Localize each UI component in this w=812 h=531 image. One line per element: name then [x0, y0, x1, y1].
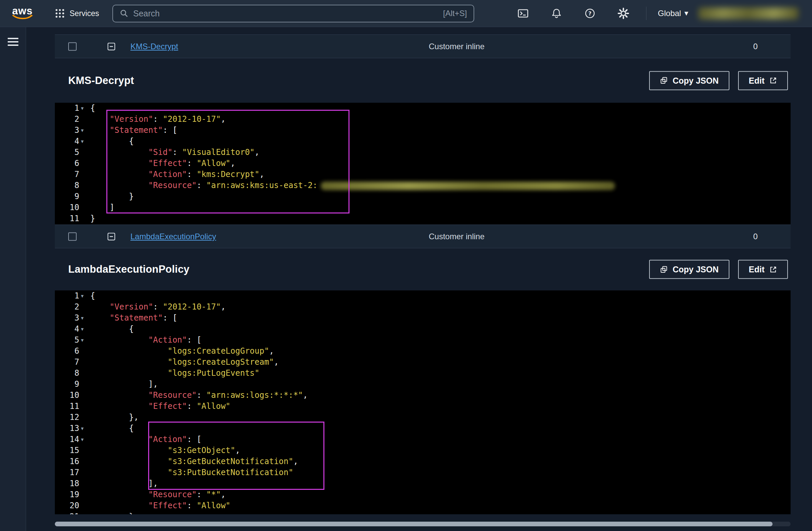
fold-gutter — [79, 346, 90, 357]
copy-json-button[interactable]: Copy JSON — [649, 260, 729, 279]
line-number: 16 — [55, 456, 79, 467]
line-number: 20 — [55, 500, 79, 511]
fold-toggle-icon[interactable]: ▾ — [79, 324, 90, 334]
code-line: 4▾ { — [55, 324, 791, 334]
code-text: "Effect": "Allow", — [90, 158, 235, 169]
policy-title: LambdaExecutionPolicy — [68, 263, 190, 275]
fold-gutter — [79, 456, 90, 467]
edit-policy-button[interactable]: Edit — [738, 260, 788, 279]
code-text: "Resource": "arn:aws:logs:*:*:*", — [90, 390, 308, 401]
fold-toggle-icon[interactable]: ▾ — [79, 136, 90, 147]
line-number: 9 — [55, 191, 79, 202]
fold-gutter — [79, 412, 90, 423]
fold-gutter — [79, 390, 90, 401]
header-divider — [646, 7, 647, 20]
line-number: 3 — [55, 125, 79, 136]
notifications-button[interactable] — [549, 5, 565, 21]
fold-gutter — [79, 180, 90, 191]
code-line: 2 "Version": "2012-10-17", — [55, 301, 791, 313]
external-link-icon — [769, 266, 777, 273]
account-menu-redacted[interactable] — [698, 8, 799, 19]
row-checkbox[interactable] — [68, 232, 76, 241]
fold-toggle-icon[interactable]: ▾ — [79, 334, 90, 346]
code-line: 14▾ "Action": [ — [55, 434, 791, 445]
line-number: 11 — [55, 213, 79, 224]
code-text: "Effect": "Allow" — [90, 401, 230, 412]
line-number: 7 — [55, 169, 79, 180]
cloudshell-icon — [517, 8, 529, 19]
lambda-policy-json-editor[interactable]: 1▾{2 "Version": "2012-10-17",3▾ "Stateme… — [55, 290, 791, 514]
aws-logo[interactable]: aws — [12, 7, 33, 20]
code-line: 1▾{ — [55, 103, 791, 114]
code-text: "Action": [ — [90, 334, 201, 346]
code-text: "Version": "2012-10-17", — [90, 301, 226, 313]
code-line: 6 "Effect": "Allow", — [55, 158, 791, 169]
copy-json-button[interactable]: Copy JSON — [649, 71, 729, 90]
code-line: 10 ] — [55, 202, 791, 213]
search-field[interactable] — [133, 9, 438, 18]
fold-toggle-icon[interactable]: ▾ — [79, 423, 90, 434]
policy-panel-header: KMS-Decrypt Copy JSON Edit — [55, 58, 791, 103]
main-content: KMS-Decrypt Customer inline 0 KMS-Decryp… — [26, 27, 812, 531]
code-text: "logs:CreateLogStream", — [90, 357, 279, 368]
policy-name-link[interactable]: KMS-Decrypt — [130, 42, 178, 51]
fold-toggle-icon[interactable]: ▾ — [79, 125, 90, 136]
policies-list: KMS-Decrypt Customer inline 0 KMS-Decryp… — [55, 34, 791, 514]
code-line: 4▾ { — [55, 136, 791, 147]
menu-button[interactable] — [8, 36, 18, 48]
region-label: Global — [658, 9, 681, 18]
line-number: 8 — [55, 180, 79, 191]
settings-button[interactable] — [615, 5, 632, 21]
policy-row-kms-decrypt[interactable]: KMS-Decrypt Customer inline 0 — [55, 34, 791, 58]
collapse-row-icon[interactable] — [107, 42, 116, 51]
region-selector[interactable]: Global ▼ — [658, 9, 688, 18]
line-number: 3 — [55, 313, 79, 324]
code-line: 3▾ "Statement": [ — [55, 313, 791, 324]
code-line: 3▾ "Statement": [ — [55, 125, 791, 136]
policy-type: Customer inline — [429, 232, 484, 241]
fold-toggle-icon[interactable]: ▾ — [79, 103, 90, 114]
line-number: 19 — [55, 489, 79, 500]
code-line: 16 "s3:GetBucketNotification", — [55, 456, 791, 467]
code-text: "Resource": "arn:aws:kms:us-east-2: — [90, 180, 615, 191]
line-number: 17 — [55, 467, 79, 478]
horizontal-scrollbar[interactable] — [55, 522, 791, 526]
code-line: 8 "logs:PutLogEvents" — [55, 368, 791, 379]
services-grid-icon — [55, 9, 65, 18]
help-button[interactable]: ? — [582, 5, 598, 21]
fold-gutter — [79, 489, 90, 500]
code-line: 10 "Resource": "arn:aws:logs:*:*:*", — [55, 390, 791, 401]
code-text: "logs:PutLogEvents" — [90, 368, 260, 379]
code-line: 8 "Resource": "arn:aws:kms:us-east-2: — [55, 180, 791, 191]
external-link-icon — [769, 77, 777, 85]
top-navigation-bar: aws Services [Alt+S] — [0, 0, 812, 27]
cloudshell-button[interactable] — [515, 5, 531, 21]
policy-panel-header: LambdaExecutionPolicy Copy JSON Edit — [55, 248, 791, 290]
line-number: 2 — [55, 114, 79, 125]
line-number: 1 — [55, 103, 79, 114]
code-text: { — [90, 103, 95, 114]
policy-count: 0 — [744, 42, 767, 51]
policy-name-link[interactable]: LambdaExecutionPolicy — [130, 232, 216, 241]
fold-toggle-icon[interactable]: ▾ — [79, 313, 90, 324]
scrollbar-thumb[interactable] — [55, 522, 772, 526]
fold-gutter — [79, 114, 90, 125]
line-number: 10 — [55, 202, 79, 213]
code-text: "Version": "2012-10-17", — [90, 114, 226, 125]
fold-toggle-icon[interactable]: ▾ — [79, 434, 90, 445]
search-input[interactable]: [Alt+S] — [112, 5, 474, 23]
kms-policy-json-editor[interactable]: 1▾{2 "Version": "2012-10-17",3▾ "Stateme… — [55, 103, 791, 225]
code-line: 9 } — [55, 191, 791, 202]
policy-row-lambda-execution[interactable]: LambdaExecutionPolicy Customer inline 0 — [55, 225, 791, 248]
edit-policy-button[interactable]: Edit — [738, 71, 788, 90]
fold-gutter — [79, 213, 90, 224]
code-line: 5▾ "Action": [ — [55, 334, 791, 346]
fold-toggle-icon[interactable]: ▾ — [79, 290, 90, 301]
code-line: 21 }, — [55, 511, 791, 514]
collapse-row-icon[interactable] — [107, 232, 116, 241]
row-checkbox[interactable] — [68, 42, 76, 51]
line-number: 4 — [55, 136, 79, 147]
fold-gutter — [79, 500, 90, 511]
services-button[interactable]: Services — [55, 9, 99, 18]
search-shortcut-hint: [Alt+S] — [443, 9, 467, 18]
